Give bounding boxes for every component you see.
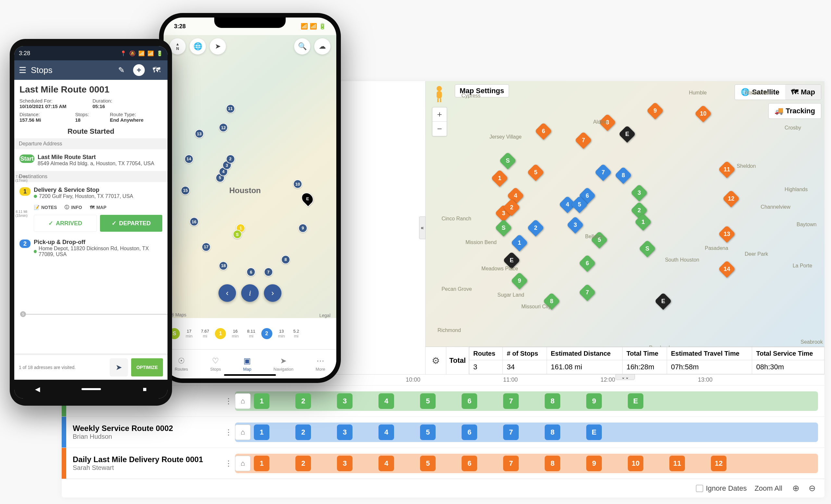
- timeline-stop-chip[interactable]: 5: [420, 424, 436, 440]
- tab-stops[interactable]: ♡Stops: [210, 356, 221, 372]
- arrived-button[interactable]: ✓ARRIVED: [34, 215, 97, 232]
- timeline-stop-chip[interactable]: 2: [295, 424, 311, 440]
- timeline-stop-chip[interactable]: 1: [254, 424, 269, 440]
- timeline-stop-chip[interactable]: 6: [462, 456, 477, 471]
- timeline-stop-chip[interactable]: 7: [503, 393, 519, 409]
- map-marker[interactable]: 10: [694, 105, 712, 122]
- ios-map-marker[interactable]: 11: [226, 104, 235, 113]
- notes-button[interactable]: 📝NOTES: [34, 204, 57, 210]
- ios-map-marker[interactable]: 8: [281, 255, 290, 264]
- route-name[interactable]: Daily Last Mile Delivery Route 0001: [73, 455, 216, 464]
- ios-map-marker[interactable]: 2: [226, 154, 235, 164]
- map-marker[interactable]: 7: [575, 131, 592, 149]
- map-marker[interactable]: 5: [527, 164, 544, 181]
- ios-map-marker[interactable]: 7: [264, 267, 273, 276]
- timeline-stop-chip[interactable]: 12: [711, 456, 726, 471]
- menu-button[interactable]: ☰: [19, 65, 26, 75]
- ios-route-map[interactable]: ▲N 🌐 ➤ 🔍 ☁ Houston 111213141516171867891…: [164, 35, 336, 349]
- main-map[interactable]: « + − Map Settings 🌐Satellite 🗺Map 🚚Trac…: [425, 81, 825, 374]
- timeline-stop-chip[interactable]: 3: [337, 424, 352, 440]
- map-legal-link[interactable]: Legal: [319, 313, 331, 318]
- back-button[interactable]: ◀: [35, 385, 40, 393]
- ios-map-marker[interactable]: 12: [219, 123, 228, 132]
- strip-stop-badge[interactable]: 2: [261, 328, 273, 339]
- timeline-stop-chip[interactable]: 5: [420, 456, 436, 471]
- map-button[interactable]: 🗺MAP: [90, 204, 107, 210]
- map-marker[interactable]: 3: [567, 216, 584, 234]
- edit-button[interactable]: ✎: [115, 64, 128, 77]
- ios-map-marker[interactable]: 15: [181, 186, 190, 195]
- timeline-stop-chip[interactable]: 5: [420, 393, 436, 409]
- route-progress-bar[interactable]: S: [14, 311, 168, 317]
- timeline-stop-chip[interactable]: E: [586, 424, 602, 440]
- timeline-stop-chip[interactable]: 7: [503, 456, 519, 471]
- add-button[interactable]: +: [133, 64, 145, 77]
- tab-more[interactable]: ⋯More: [316, 356, 325, 372]
- stop-1[interactable]: 1 Delivery & Service Stop7200 Gulf Fwy, …: [20, 184, 162, 202]
- map-marker[interactable]: 3: [630, 184, 648, 202]
- route-name[interactable]: Weekly Service Route 0002: [73, 424, 216, 433]
- timeline-stop-chip[interactable]: 10: [628, 456, 643, 471]
- ios-map-marker[interactable]: 10: [293, 179, 302, 188]
- next-stop-button[interactable]: ›: [264, 284, 281, 302]
- ios-map-marker[interactable]: 6: [247, 267, 255, 276]
- map-marker[interactable]: E: [654, 292, 672, 310]
- map-marker[interactable]: 9: [646, 102, 664, 119]
- map-marker[interactable]: 13: [718, 225, 736, 243]
- stop-2[interactable]: 2 Pick-up & Drop-offHome Depot, 11820 Di…: [20, 236, 162, 260]
- map-marker[interactable]: 9: [511, 272, 528, 290]
- stop-strip[interactable]: S17min7.67mi116min8.11mi213min5.2mi: [164, 318, 336, 349]
- ios-map-marker[interactable]: 9: [298, 224, 307, 233]
- timeline-zoom-in[interactable]: ⊕: [790, 482, 802, 494]
- row-menu-button[interactable]: ⋮: [222, 428, 235, 437]
- departed-button[interactable]: ✓DEPARTED: [100, 215, 162, 232]
- map-marker[interactable]: S: [638, 240, 656, 257]
- summary-collapse-handle[interactable]: ⌄⌄: [615, 374, 635, 380]
- map-marker[interactable]: S: [495, 219, 512, 237]
- map-marker[interactable]: S: [499, 152, 516, 170]
- timeline-stop-chip[interactable]: 3: [337, 456, 352, 471]
- info-button[interactable]: ⓘINFO: [65, 204, 82, 210]
- timeline-stop-chip[interactable]: 4: [378, 393, 394, 409]
- stop-info-button[interactable]: i: [241, 284, 259, 302]
- tab-map[interactable]: ▣Map: [243, 356, 251, 372]
- timeline-stop-chip[interactable]: 6: [462, 424, 477, 440]
- map-marker[interactable]: 1: [511, 234, 528, 251]
- timeline-stop-chip[interactable]: E: [628, 393, 643, 409]
- ios-map-marker[interactable]: 16: [190, 217, 199, 226]
- tab-routes[interactable]: ☉Routes: [175, 356, 188, 372]
- map-marker[interactable]: 6: [535, 123, 552, 140]
- timeline-stop-chip[interactable]: 8: [545, 424, 560, 440]
- timeline-zoom-out[interactable]: ⊖: [806, 482, 818, 494]
- ios-map-marker[interactable]: E: [299, 190, 316, 207]
- ios-map-marker[interactable]: S: [233, 230, 242, 239]
- timeline-stop-chip[interactable]: 9: [586, 393, 602, 409]
- map-toggle-button[interactable]: 🗺: [150, 64, 163, 77]
- row-menu-button[interactable]: ⋮: [222, 396, 235, 406]
- tab-navigation[interactable]: ➤Navigation: [274, 356, 293, 372]
- timeline-stop-chip[interactable]: 8: [545, 393, 560, 409]
- timeline-stop-chip[interactable]: 8: [545, 456, 560, 471]
- timeline-stop-chip[interactable]: 7: [503, 424, 519, 440]
- zoom-all-button[interactable]: Zoom All: [751, 484, 785, 493]
- timeline-stop-chip[interactable]: 4: [378, 424, 394, 440]
- map-marker[interactable]: 11: [718, 161, 736, 178]
- ios-map-marker[interactable]: 13: [195, 129, 204, 138]
- ios-map-marker[interactable]: 17: [202, 242, 211, 251]
- ios-map-marker[interactable]: 18: [219, 261, 228, 270]
- route-home-chip[interactable]: ⌂: [235, 456, 251, 471]
- timeline-stop-chip[interactable]: 9: [586, 456, 602, 471]
- home-button[interactable]: [82, 388, 101, 390]
- timeline-stop-chip[interactable]: 4: [378, 456, 394, 471]
- summary-settings-button[interactable]: ⚙: [426, 347, 446, 374]
- map-marker[interactable]: E: [619, 126, 636, 143]
- recents-button[interactable]: ■: [143, 386, 147, 393]
- map-marker[interactable]: 14: [718, 260, 736, 278]
- prev-stop-button[interactable]: ‹: [219, 284, 236, 302]
- timeline-stop-chip[interactable]: 1: [254, 393, 269, 409]
- strip-stop-badge[interactable]: 1: [215, 328, 226, 339]
- ios-map-marker[interactable]: 14: [184, 154, 194, 164]
- map-marker[interactable]: 6: [578, 255, 596, 272]
- navigate-button[interactable]: ➤: [110, 358, 128, 377]
- timeline-stop-chip[interactable]: 11: [669, 456, 685, 471]
